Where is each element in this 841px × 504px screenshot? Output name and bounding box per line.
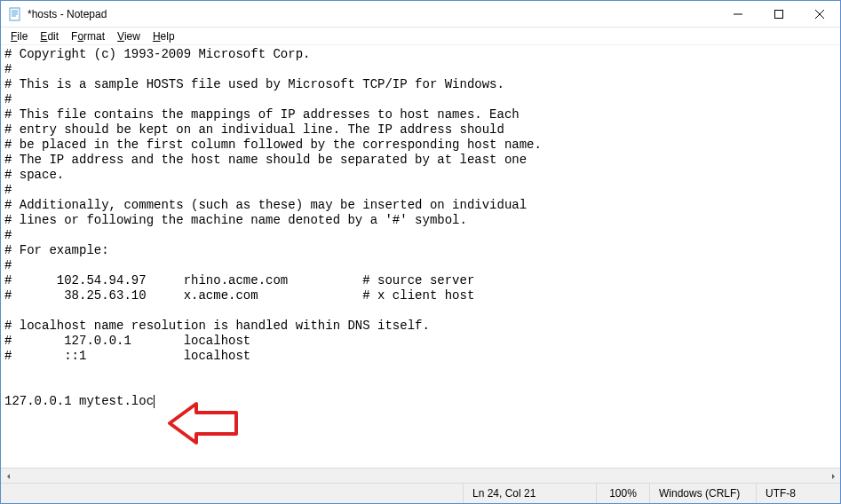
- scroll-right-button[interactable]: [825, 469, 840, 483]
- status-encoding: UTF-8: [756, 484, 840, 503]
- status-position: Ln 24, Col 21: [463, 484, 596, 503]
- text-caret: [154, 395, 155, 408]
- editor-wrap: # Copyright (c) 1993-2009 Microsoft Corp…: [1, 45, 840, 483]
- menu-help[interactable]: Help: [147, 28, 181, 44]
- horizontal-scrollbar[interactable]: [1, 468, 840, 483]
- menu-edit-rest: dit: [47, 30, 59, 43]
- status-line-ending: Windows (CRLF): [649, 484, 756, 503]
- menu-help-rest: elp: [161, 30, 175, 43]
- menu-format[interactable]: Format: [65, 28, 111, 44]
- text-editor[interactable]: # Copyright (c) 1993-2009 Microsoft Corp…: [1, 45, 840, 468]
- menubar: File Edit Format View Help: [1, 28, 840, 45]
- menu-view-rest: iew: [124, 30, 140, 43]
- svg-marker-9: [7, 474, 10, 479]
- menu-view[interactable]: View: [111, 28, 147, 44]
- status-flex: [1, 484, 463, 503]
- statusbar: Ln 24, Col 21 100% Windows (CRLF) UTF-8: [1, 483, 840, 503]
- close-button[interactable]: [799, 1, 840, 28]
- scroll-left-button[interactable]: [1, 469, 16, 483]
- minimize-button[interactable]: [718, 1, 758, 28]
- menu-format-rest: rmat: [83, 30, 105, 43]
- notepad-icon: [8, 7, 22, 21]
- editor-content: # Copyright (c) 1993-2009 Microsoft Corp…: [4, 47, 542, 408]
- menu-edit[interactable]: Edit: [34, 28, 65, 44]
- titlebar: *hosts - Notepad: [1, 1, 840, 28]
- maximize-button[interactable]: [758, 1, 799, 28]
- menu-file[interactable]: File: [4, 28, 34, 44]
- menu-file-rest: ile: [17, 30, 28, 43]
- window-title: *hosts - Notepad: [28, 8, 107, 20]
- status-zoom: 100%: [596, 484, 649, 503]
- svg-marker-10: [832, 474, 835, 479]
- svg-rect-6: [775, 10, 783, 18]
